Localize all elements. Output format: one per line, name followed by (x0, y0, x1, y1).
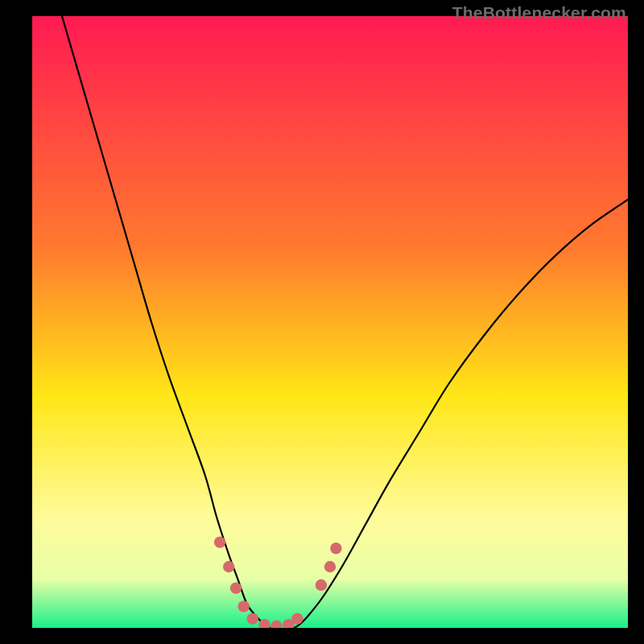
curve-marker (223, 561, 234, 572)
bottleneck-curve (62, 16, 628, 628)
plot-area (32, 16, 628, 628)
curve-marker (214, 536, 225, 547)
watermark-text: TheBottlenecker.com (452, 3, 626, 23)
curve-marker (238, 601, 250, 612)
curve-marker (247, 613, 258, 624)
chart-frame: TheBottlenecker.com (0, 0, 644, 644)
curve-marker (330, 543, 341, 554)
marker-group (214, 536, 342, 628)
curve-layer (32, 16, 628, 628)
curve-marker (230, 582, 242, 593)
curve-marker (291, 613, 303, 624)
curve-marker (270, 621, 282, 628)
curve-marker (316, 580, 327, 591)
curve-marker (324, 561, 336, 572)
